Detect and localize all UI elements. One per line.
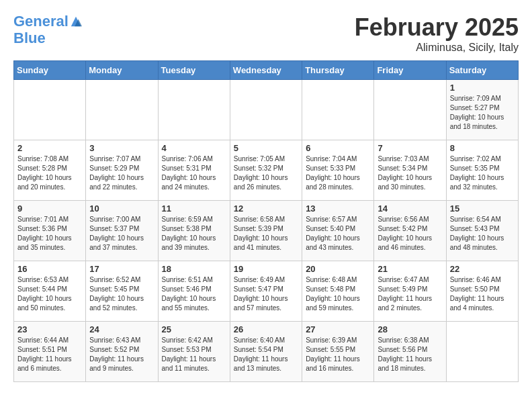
calendar-cell: 9Sunrise: 7:01 AM Sunset: 5:36 PM Daylig…: [14, 201, 86, 261]
day-info: Sunrise: 7:05 AM Sunset: 5:32 PM Dayligh…: [234, 154, 298, 192]
day-number: 16: [17, 264, 82, 274]
calendar-cell: [158, 80, 230, 140]
calendar-cell: [446, 322, 518, 382]
day-info: Sunrise: 6:43 AM Sunset: 5:52 PM Dayligh…: [89, 336, 154, 373]
calendar-week-row: 2Sunrise: 7:08 AM Sunset: 5:28 PM Daylig…: [14, 140, 519, 201]
day-info: Sunrise: 6:39 AM Sunset: 5:55 PM Dayligh…: [306, 336, 370, 373]
day-number: 26: [234, 324, 298, 334]
calendar-cell: 4Sunrise: 7:06 AM Sunset: 5:31 PM Daylig…: [158, 140, 230, 201]
day-number: 11: [162, 203, 226, 214]
day-info: Sunrise: 7:07 AM Sunset: 5:29 PM Dayligh…: [89, 154, 154, 192]
day-info: Sunrise: 6:57 AM Sunset: 5:40 PM Dayligh…: [306, 215, 370, 253]
calendar-cell: 12Sunrise: 6:58 AM Sunset: 5:39 PM Dayli…: [230, 201, 302, 261]
calendar-cell: [230, 80, 302, 140]
day-info: Sunrise: 6:48 AM Sunset: 5:48 PM Dayligh…: [306, 275, 370, 313]
day-info: Sunrise: 7:09 AM Sunset: 5:27 PM Dayligh…: [450, 94, 515, 132]
day-number: 6: [306, 143, 370, 153]
day-info: Sunrise: 6:52 AM Sunset: 5:45 PM Dayligh…: [89, 275, 154, 313]
calendar-cell: 24Sunrise: 6:43 AM Sunset: 5:52 PM Dayli…: [86, 322, 158, 382]
calendar-cell: 20Sunrise: 6:48 AM Sunset: 5:48 PM Dayli…: [302, 261, 374, 322]
day-number: 22: [450, 264, 515, 274]
day-info: Sunrise: 6:49 AM Sunset: 5:47 PM Dayligh…: [234, 275, 298, 313]
day-number: 10: [89, 203, 154, 214]
calendar-cell: [14, 80, 86, 140]
calendar-cell: 11Sunrise: 6:59 AM Sunset: 5:38 PM Dayli…: [158, 201, 230, 261]
calendar-cell: 10Sunrise: 7:00 AM Sunset: 5:37 PM Dayli…: [86, 201, 158, 261]
day-number: 23: [17, 324, 82, 334]
logo-blue: Blue: [13, 30, 82, 47]
calendar-cell: 8Sunrise: 7:02 AM Sunset: 5:35 PM Daylig…: [446, 140, 518, 201]
day-info: Sunrise: 6:54 AM Sunset: 5:43 PM Dayligh…: [450, 215, 515, 253]
weekday-header: Saturday: [446, 61, 518, 80]
calendar-cell: 14Sunrise: 6:56 AM Sunset: 5:42 PM Dayli…: [374, 201, 446, 261]
day-number: 2: [17, 143, 82, 153]
calendar-week-row: 1Sunrise: 7:09 AM Sunset: 5:27 PM Daylig…: [14, 80, 519, 140]
logo-icon: [70, 15, 82, 28]
calendar-cell: 15Sunrise: 6:54 AM Sunset: 5:43 PM Dayli…: [446, 201, 518, 261]
calendar-cell: 18Sunrise: 6:51 AM Sunset: 5:46 PM Dayli…: [158, 261, 230, 322]
day-info: Sunrise: 7:01 AM Sunset: 5:36 PM Dayligh…: [17, 215, 82, 253]
day-number: 8: [450, 143, 515, 153]
weekday-header: Monday: [86, 61, 158, 80]
weekday-header-row: SundayMondayTuesdayWednesdayThursdayFrid…: [14, 61, 519, 80]
title-block: February 2025 Aliminusa, Sicily, Italy: [355, 13, 519, 54]
day-number: 9: [17, 203, 82, 214]
day-info: Sunrise: 7:03 AM Sunset: 5:34 PM Dayligh…: [378, 154, 442, 192]
day-info: Sunrise: 6:38 AM Sunset: 5:56 PM Dayligh…: [378, 336, 442, 373]
day-info: Sunrise: 7:04 AM Sunset: 5:33 PM Dayligh…: [306, 154, 370, 192]
calendar-cell: 13Sunrise: 6:57 AM Sunset: 5:40 PM Dayli…: [302, 201, 374, 261]
calendar-cell: 21Sunrise: 6:47 AM Sunset: 5:49 PM Dayli…: [374, 261, 446, 322]
day-info: Sunrise: 6:59 AM Sunset: 5:38 PM Dayligh…: [162, 215, 226, 253]
day-number: 15: [450, 203, 515, 214]
calendar-cell: 19Sunrise: 6:49 AM Sunset: 5:47 PM Dayli…: [230, 261, 302, 322]
day-number: 4: [162, 143, 226, 153]
day-number: 21: [378, 264, 442, 274]
calendar-cell: 3Sunrise: 7:07 AM Sunset: 5:29 PM Daylig…: [86, 140, 158, 201]
calendar-cell: 25Sunrise: 6:42 AM Sunset: 5:53 PM Dayli…: [158, 322, 230, 382]
month-title: February 2025: [355, 13, 519, 42]
day-number: 27: [306, 324, 370, 334]
day-info: Sunrise: 7:02 AM Sunset: 5:35 PM Dayligh…: [450, 154, 515, 192]
calendar-week-row: 9Sunrise: 7:01 AM Sunset: 5:36 PM Daylig…: [14, 201, 519, 261]
calendar-cell: 5Sunrise: 7:05 AM Sunset: 5:32 PM Daylig…: [230, 140, 302, 201]
day-info: Sunrise: 6:42 AM Sunset: 5:53 PM Dayligh…: [162, 336, 226, 373]
calendar-week-row: 23Sunrise: 6:44 AM Sunset: 5:51 PM Dayli…: [14, 322, 519, 382]
calendar-cell: 7Sunrise: 7:03 AM Sunset: 5:34 PM Daylig…: [374, 140, 446, 201]
calendar-cell: 16Sunrise: 6:53 AM Sunset: 5:44 PM Dayli…: [14, 261, 86, 322]
day-info: Sunrise: 6:53 AM Sunset: 5:44 PM Dayligh…: [17, 275, 82, 313]
day-info: Sunrise: 6:47 AM Sunset: 5:49 PM Dayligh…: [378, 275, 442, 313]
weekday-header: Sunday: [14, 61, 86, 80]
calendar-table: SundayMondayTuesdayWednesdayThursdayFrid…: [13, 60, 519, 382]
calendar-cell: [374, 80, 446, 140]
calendar-cell: 23Sunrise: 6:44 AM Sunset: 5:51 PM Dayli…: [14, 322, 86, 382]
day-number: 17: [89, 264, 154, 274]
calendar-cell: [86, 80, 158, 140]
calendar-cell: [302, 80, 374, 140]
calendar-cell: 28Sunrise: 6:38 AM Sunset: 5:56 PM Dayli…: [374, 322, 446, 382]
calendar-cell: 26Sunrise: 6:40 AM Sunset: 5:54 PM Dayli…: [230, 322, 302, 382]
calendar-week-row: 16Sunrise: 6:53 AM Sunset: 5:44 PM Dayli…: [14, 261, 519, 322]
day-number: 3: [89, 143, 154, 153]
day-number: 1: [450, 83, 515, 93]
day-number: 18: [162, 264, 226, 274]
day-number: 7: [378, 143, 442, 153]
day-number: 25: [162, 324, 226, 334]
day-info: Sunrise: 7:06 AM Sunset: 5:31 PM Dayligh…: [162, 154, 226, 192]
day-number: 19: [234, 264, 298, 274]
day-number: 12: [234, 203, 298, 214]
day-info: Sunrise: 7:08 AM Sunset: 5:28 PM Dayligh…: [17, 154, 82, 192]
day-info: Sunrise: 6:46 AM Sunset: 5:50 PM Dayligh…: [450, 275, 515, 313]
day-info: Sunrise: 7:00 AM Sunset: 5:37 PM Dayligh…: [89, 215, 154, 253]
location: Aliminusa, Sicily, Italy: [355, 42, 519, 54]
calendar-cell: 6Sunrise: 7:04 AM Sunset: 5:33 PM Daylig…: [302, 140, 374, 201]
day-info: Sunrise: 6:51 AM Sunset: 5:46 PM Dayligh…: [162, 275, 226, 313]
calendar-cell: 22Sunrise: 6:46 AM Sunset: 5:50 PM Dayli…: [446, 261, 518, 322]
day-info: Sunrise: 6:40 AM Sunset: 5:54 PM Dayligh…: [234, 336, 298, 373]
page-header: General Blue February 2025 Aliminusa, Si…: [13, 13, 519, 54]
day-info: Sunrise: 6:58 AM Sunset: 5:39 PM Dayligh…: [234, 215, 298, 253]
day-number: 14: [378, 203, 442, 214]
logo-text: General: [13, 13, 69, 30]
day-info: Sunrise: 6:56 AM Sunset: 5:42 PM Dayligh…: [378, 215, 442, 253]
weekday-header: Friday: [374, 61, 446, 80]
calendar-cell: 17Sunrise: 6:52 AM Sunset: 5:45 PM Dayli…: [86, 261, 158, 322]
